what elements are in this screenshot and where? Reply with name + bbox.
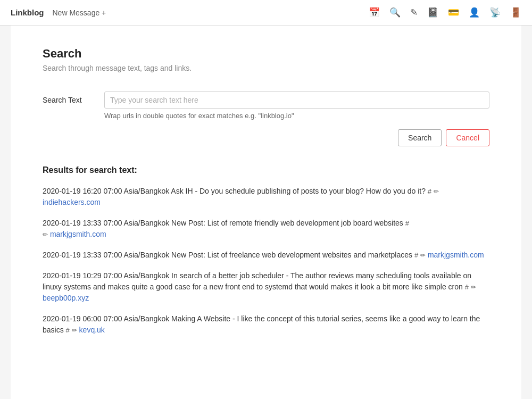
- list-item: 2020-01-19 13:33 07:00 Asia/Bangkok New …: [43, 218, 489, 240]
- new-message-button[interactable]: New Message +: [53, 9, 106, 17]
- buttons-row: Search Cancel: [43, 129, 489, 146]
- topnav: Linkblog New Message + 📅 🔍 ✎ 📓 💳 👤 📡 🚪: [0, 0, 532, 26]
- result-link[interactable]: kevq.uk: [79, 326, 105, 334]
- result-link[interactable]: beepb00p.xyz: [43, 294, 89, 302]
- search-form: Search Text Wrap urls in double quotes f…: [43, 92, 489, 146]
- list-item: 2020-01-19 06:00 07:00 Asia/Bangkok Maki…: [43, 313, 489, 336]
- user-icon[interactable]: 👤: [469, 7, 480, 18]
- result-timestamp: 2020-01-19 16:20 07:00 Asia/Bangkok: [43, 187, 169, 195]
- result-text: New Post: List of freelance web developm…: [171, 251, 412, 259]
- page-title: Search: [43, 47, 489, 61]
- logout-icon[interactable]: 🚪: [510, 7, 521, 18]
- brand-label: Linkblog: [11, 8, 44, 17]
- result-link[interactable]: markjgsmith.com: [428, 251, 484, 259]
- calendar-icon[interactable]: 📅: [369, 7, 380, 18]
- topnav-icons: 📅 🔍 ✎ 📓 💳 👤 📡 🚪: [369, 7, 521, 18]
- result-timestamp: 2020-01-19 10:29 07:00 Asia/Bangkok: [43, 271, 169, 280]
- pencil-icon: ✏: [471, 284, 476, 291]
- list-item: 2020-01-19 13:33 07:00 Asia/Bangkok New …: [43, 250, 489, 261]
- list-icon[interactable]: 📓: [427, 7, 438, 18]
- search-text-label: Search Text: [43, 92, 96, 104]
- search-text-row: Search Text Wrap urls in double quotes f…: [43, 92, 489, 120]
- pencil-icon: ✏: [43, 231, 48, 238]
- hash-icon: #: [428, 187, 431, 195]
- search-nav-icon[interactable]: 🔍: [389, 7, 401, 18]
- result-text: New Post: List of remote friendly web de…: [171, 219, 403, 227]
- cancel-button[interactable]: Cancel: [446, 129, 489, 146]
- topnav-left: Linkblog New Message +: [11, 8, 106, 17]
- pencil-icon: ✏: [434, 188, 439, 195]
- list-item: 2020-01-19 10:29 07:00 Asia/Bangkok In s…: [43, 270, 489, 304]
- result-link[interactable]: markjgsmith.com: [50, 230, 106, 238]
- result-text: Ask IH - Do you schedule publishing of p…: [171, 187, 426, 195]
- pencil-icon: ✏: [420, 252, 426, 259]
- search-input[interactable]: [104, 92, 489, 109]
- result-timestamp: 2020-01-19 13:33 07:00 Asia/Bangkok: [43, 251, 169, 259]
- search-field-wrap: Wrap urls in double quotes for exact mat…: [104, 92, 489, 120]
- hash-icon: #: [414, 251, 418, 259]
- list-item: 2020-01-19 16:20 07:00 Asia/Bangkok Ask …: [43, 186, 489, 208]
- result-timestamp: 2020-01-19 06:00 07:00 Asia/Bangkok: [43, 314, 169, 323]
- results-section: Results for search text: 2020-01-19 16:2…: [43, 165, 489, 336]
- main-content: Search Search through message text, tags…: [11, 26, 521, 399]
- pencil-icon: ✏: [72, 327, 77, 334]
- hash-icon: #: [465, 283, 469, 291]
- result-link[interactable]: indiehackers.com: [43, 198, 101, 206]
- hash-icon: #: [66, 326, 70, 334]
- card-icon[interactable]: 💳: [448, 7, 459, 18]
- results-heading: Results for search text:: [43, 165, 489, 175]
- edit-icon[interactable]: ✎: [410, 7, 418, 18]
- rss-icon[interactable]: 📡: [489, 7, 501, 18]
- page-subtitle: Search through message text, tags and li…: [43, 64, 489, 72]
- search-hint: Wrap urls in double quotes for exact mat…: [104, 112, 489, 120]
- search-button[interactable]: Search: [398, 129, 442, 146]
- result-timestamp: 2020-01-19 13:33 07:00 Asia/Bangkok: [43, 219, 169, 227]
- hash-icon: #: [405, 219, 409, 227]
